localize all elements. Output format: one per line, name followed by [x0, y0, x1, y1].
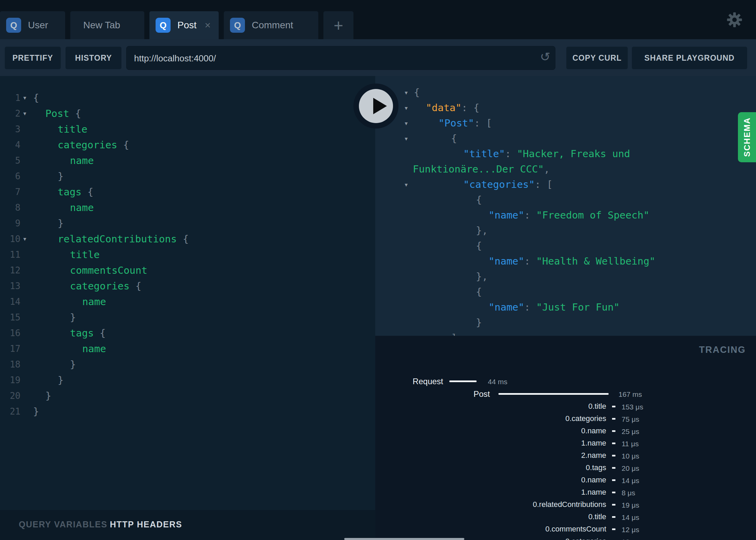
fold-arrow-icon[interactable]: ▾ [404, 85, 408, 100]
response-line: Funktionäre...Der CCC", [375, 162, 756, 177]
copy-curl-button[interactable]: COPY CURL [566, 47, 628, 69]
tracing-duration-value: 153 μs [622, 402, 643, 412]
code-token: relatedContributions [58, 233, 177, 245]
code-token: } [58, 217, 63, 229]
code-token: { [451, 133, 457, 144]
history-button[interactable]: HISTORY [66, 47, 121, 69]
code-text: }, [476, 223, 488, 238]
prettify-button[interactable]: PRETTIFY [5, 47, 61, 69]
code-token: { [414, 87, 420, 98]
new-tab-button[interactable]: + [323, 11, 353, 39]
response-line: "name": "Health & Wellbeing" [375, 254, 756, 269]
fold-arrow-icon[interactable]: ▾ [404, 116, 408, 131]
horizontal-scrollbar-thumb[interactable] [344, 538, 464, 540]
code-token: } [45, 390, 51, 402]
editor-line: 7tags { [0, 184, 375, 200]
code-text: "name": "Health & Wellbeing" [489, 254, 655, 269]
editor-line: 16tags { [0, 325, 375, 341]
code-token: { [69, 108, 81, 119]
tracing-duration-bar [612, 455, 615, 456]
endpoint-url-input[interactable] [133, 46, 530, 70]
fold-arrow-icon[interactable]: ▾ [404, 131, 408, 146]
fold-arrow-icon[interactable]: ▾ [23, 106, 27, 121]
editor-line: 3title [0, 121, 375, 137]
play-icon [373, 98, 387, 114]
code-token: : [524, 209, 536, 221]
response-viewer[interactable]: ▾{▾"data": {▾"Post": [▾{"title": "Hacker… [375, 76, 756, 336]
editor-line: 12commentsCount [0, 262, 375, 278]
tracing-field-label: 1.name [581, 438, 606, 448]
share-playground-button[interactable]: SHARE PLAYGROUND [632, 47, 747, 69]
code-text: "name": "Just For Fun" [489, 300, 620, 315]
response-line: "title": "Hacker, Freaks und [375, 146, 756, 162]
tracing-duration-bar [612, 516, 615, 518]
query-variables-tab[interactable]: QUERY VARIABLES [19, 520, 107, 529]
editor-line: 17name [0, 341, 375, 357]
response-line: { [375, 284, 756, 300]
line-number: 6 [0, 168, 20, 184]
settings-gear-icon[interactable] [727, 12, 742, 28]
tracing-duration-value: 14 μs [622, 476, 639, 485]
editor-line: 2▾Post { [0, 106, 375, 121]
code-token: name [70, 155, 94, 166]
tracing-row: 0.categories75 μs [375, 414, 756, 424]
code-text: } [58, 168, 63, 184]
code-token: } [70, 312, 76, 323]
tab-new-tab[interactable]: New Tab [70, 11, 144, 39]
tab-label: New Tab [83, 20, 120, 31]
execute-query-button[interactable] [353, 84, 398, 129]
code-token: { [476, 194, 482, 206]
editor-line: 11title [0, 247, 375, 262]
fold-arrow-icon[interactable]: ▾ [23, 90, 27, 106]
code-token: "Post" [438, 117, 474, 129]
code-token: [ [486, 117, 492, 129]
editor-line: 13categories { [0, 278, 375, 294]
fold-arrow-icon[interactable]: ▾ [23, 231, 27, 247]
fold-arrow-icon[interactable]: ▾ [404, 100, 408, 116]
tracing-row: 0.commentsCount12 μs [375, 524, 756, 535]
graphql-playground-window: QUserNew TabQPost×QComment+ PRETTIFY HIS… [0, 0, 756, 540]
close-tab-icon[interactable]: × [205, 20, 211, 30]
tracing-duration-bar [612, 442, 615, 444]
code-token: title [58, 123, 87, 135]
code-token: tags [58, 186, 82, 198]
fold-arrow-icon[interactable]: ▾ [404, 177, 408, 192]
code-token: ] [451, 332, 457, 336]
tracing-duration-bar [612, 479, 615, 481]
tabs-container: QUserNew TabQPost×QComment+ [0, 11, 353, 39]
refresh-endpoint-icon[interactable]: ↺ [540, 50, 550, 64]
code-token: { [82, 186, 93, 198]
code-text: Funktionäre...Der CCC", [413, 162, 550, 177]
tracing-duration-bar [612, 418, 615, 420]
line-number: 2 [0, 106, 20, 121]
line-number: 20 [0, 388, 20, 404]
line-number: 8 [0, 200, 20, 215]
code-text: tags { [58, 184, 93, 200]
code-text: }, [476, 269, 488, 284]
response-line: "name": "Just For Fun" [375, 300, 756, 315]
code-token: "Hacker, Freaks und [517, 148, 630, 160]
line-number: 4 [0, 137, 20, 153]
response-line: { [375, 238, 756, 254]
editor-line: 19} [0, 372, 375, 388]
code-text: "name": "Freedom of Speech" [489, 208, 649, 223]
editor-line: 9} [0, 215, 375, 231]
code-token: categories [70, 280, 130, 292]
line-number: 17 [0, 341, 20, 357]
query-editor[interactable]: 1▾{2▾Post {3title4categories {5name6}7ta… [0, 76, 375, 510]
code-token: "Freedom of Speech" [536, 209, 650, 221]
code-token: Post [45, 108, 69, 119]
code-text: "data": { [426, 100, 479, 116]
editor-line: 15} [0, 310, 375, 325]
code-text: categories { [58, 137, 129, 153]
http-headers-tab[interactable]: HTTP HEADERS [110, 520, 182, 529]
tab-post[interactable]: QPost× [149, 11, 219, 39]
schema-side-tab[interactable]: SCHEMA [738, 112, 756, 162]
tab-comment[interactable]: QComment [224, 11, 318, 39]
response-line: ▾{ [375, 85, 756, 100]
tab-user[interactable]: QUser [0, 11, 65, 39]
play-button-circle [359, 89, 393, 123]
code-token: : [535, 179, 547, 190]
tracing-duration-value: 44 ms [488, 377, 507, 387]
response-line: }, [375, 223, 756, 238]
